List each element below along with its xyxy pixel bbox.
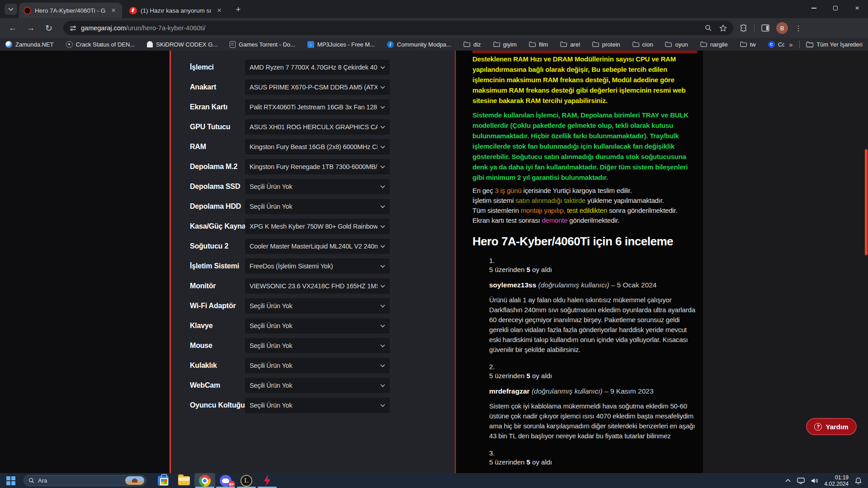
browser-tab-forum[interactable]: (1) Hazır kasa arıyorum sıfır | Do ✕ [125,3,228,18]
bookmark-item[interactable]: film [529,41,548,48]
field-select[interactable]: AMD Ryzen 7 7700X 4.70GHz 8 Çekirdek 40M… [245,60,390,75]
bookmark-label: diz [473,41,481,48]
profile-avatar[interactable]: B [776,22,788,34]
bookmark-item[interactable]: protein [592,41,620,48]
bookmark-item[interactable]: CCoinbase [768,41,785,48]
app-medal[interactable] [257,473,278,488]
field-select[interactable]: Seçili Ürün Yok [245,298,390,314]
field-select[interactable]: Seçili Ürün Yok [245,318,390,333]
field-select[interactable]: Seçili Ürün Yok [245,398,390,413]
field-label: Mouse [190,342,245,350]
bookmark-item[interactable]: oyun [665,41,688,48]
app-discord[interactable]: 9+ [215,473,236,488]
field-select[interactable]: Kingston Fury Beast 16GB (2x8) 6000MHz C… [245,139,390,155]
tab-close-icon[interactable]: ✕ [215,6,223,14]
notifications-bell-icon[interactable] [855,477,862,484]
field-select[interactable]: Seçili Ürün Yok [245,199,390,214]
field-value: Kingston Fury Beast 16GB (2x8) 6000MHz C… [250,143,377,150]
bookmark-item[interactable]: SKiDROW CODEX G... [147,41,217,48]
form-row: KlavyeSeçili Ürün Yok [170,316,456,336]
app-store[interactable] [153,473,174,488]
folder-icon [592,42,599,47]
bookmark-item[interactable]: cion [632,41,653,48]
chevron-down-icon [380,384,385,387]
back-button[interactable]: ← [4,23,22,33]
extensions-icon[interactable] [740,24,747,32]
maximize-button[interactable] [825,0,846,16]
side-panel-icon[interactable] [761,24,769,32]
address-bar[interactable]: gamegaraj.com/urun/hero-7a-kyber-4060ti/ [63,21,733,35]
reload-button[interactable]: ↻ [40,23,58,33]
app-explorer[interactable] [174,473,194,488]
bookmark-label: Community Modpa... [397,41,451,48]
field-select[interactable]: ASUS PRIME X670-P-CSM DDR5 AM5 (ATX): +2… [245,80,390,95]
forward-button[interactable]: → [22,23,40,33]
all-bookmarks-button[interactable]: Tüm Yer İşaretleri [806,41,863,48]
start-button[interactable] [6,476,15,485]
field-select[interactable]: Palit RTX4060Ti Jetstream 16GB 3x Fan 12… [245,99,390,115]
minimize-button[interactable] [803,0,825,16]
question-icon: ? [814,423,822,431]
text-line: Sistem çok iyi kablolama mükemmeldi hava… [489,401,697,411]
form-row: Soğutucu 2Cooler Master MasterLiquid ML2… [170,236,456,256]
field-select[interactable]: ASUS XH01 ROG HERCULX GRAPHICS CARD HOLD… [245,119,390,135]
browser-tab-product[interactable]: Hero 7A-Kyber/4060Ti - Game G ✕ [19,3,122,18]
app-league-of-legends[interactable]: L [236,473,257,488]
bookmark-item[interactable]: arel [560,41,580,48]
app-chrome[interactable] [194,473,215,488]
zoom-icon[interactable] [705,24,712,32]
text-line: Darkflashın 240mm sıvı soğutmasını ekled… [489,305,697,315]
field-select[interactable]: Kingston Fury Renegade 1TB 7300-6000MB/s… [245,159,390,174]
display-icon[interactable] [797,478,805,484]
field-select[interactable]: FreeDos (İşletim Sistemi Yok) [245,258,390,274]
field-select[interactable]: Seçili Ürün Yok [245,358,390,373]
bookmark-item[interactable]: ↓MP3Juices - Free M... [307,41,375,48]
bookmark-item[interactable]: diz [463,41,481,48]
form-row: WebCamSeçili Ürün Yok [170,375,456,395]
folder-icon [529,42,536,47]
info-segment: test edildikten [567,206,607,214]
field-value: Seçili Ürün Yok [250,402,377,409]
field-select[interactable]: VIEWSONIC 23.6 VX2418C FHD 165HZ 1MS Fre… [245,278,390,294]
text-line: işlemcinin maksimum RAM frekans desteği,… [472,75,697,85]
field-select[interactable]: Cooler Master MasterLiquid ML240L V2 240… [245,239,390,254]
bookmark-item[interactable]: Zamunda.NET [5,41,54,48]
bookmarks-overflow-icon[interactable]: » [789,41,793,48]
shipping-info: En geç 3 iş günü içerisinde Yurtiçi karg… [472,186,697,225]
text-line: işlemcilerde stok fan bulunmadığı için k… [472,141,697,151]
new-tab-button[interactable]: + [232,4,244,15]
bookmark-item[interactable]: Crack Status of DEN... [66,41,135,48]
tab-search-button[interactable] [5,4,17,15]
taskbar-apps: 9+ L [153,473,278,488]
bookmark-star-icon[interactable] [719,24,727,32]
volume-icon[interactable] [811,478,818,484]
tab-close-icon[interactable]: ✕ [109,6,118,14]
taskbar-search[interactable]: Ara [24,475,146,486]
review-item: 3.5 üzerinden 5 oy aldıEMİR KAHRAMAN (do… [489,449,697,473]
bookmark-item[interactable]: nargile [700,41,728,48]
text-line: modellerdir (Çoklu paketlerde gelmekte o… [472,120,697,131]
bookmark-item[interactable]: tw [740,41,756,48]
scrollbar-thumb[interactable] [865,149,868,255]
bookmark-item[interactable]: giyim [493,41,517,48]
bookmark-item[interactable]: Games Torrent - Do... [230,41,295,48]
help-button[interactable]: ? Yardım [806,418,857,435]
bookmark-label: SKiDROW CODEX G... [156,41,217,48]
info-segment: Ekran kartı test sonrası [472,216,542,224]
taskbar-clock[interactable]: 01:19 4.02.2024 [825,474,849,487]
review-date: – 5 Ocak 2024 [611,281,657,289]
search-highlight-image[interactable] [125,476,144,485]
close-button[interactable]: ✕ [846,0,868,16]
forum-favicon-icon [129,7,137,14]
field-select[interactable]: Seçili Ürün Yok [245,338,390,353]
chevron-down-icon [380,66,385,69]
browser-menu-icon[interactable]: ⋮ [795,24,802,33]
form-row: Depolama HDDSeçili Ürün Yok [170,197,456,216]
field-select[interactable]: XPG K Mesh Kyber 750W 80+ Gold Rainbow m… [245,219,390,234]
field-select[interactable]: Seçili Ürün Yok [245,378,390,393]
bookmark-item[interactable]: iCommunity Modpa... [387,41,451,48]
browser-toolbar: ← → ↻ gamegaraj.com/urun/hero-7a-kyber-4… [0,18,868,38]
bookmark-label: protein [602,41,620,48]
tray-chevron-up-icon[interactable] [785,479,791,482]
field-select[interactable]: Seçili Ürün Yok [245,179,390,194]
